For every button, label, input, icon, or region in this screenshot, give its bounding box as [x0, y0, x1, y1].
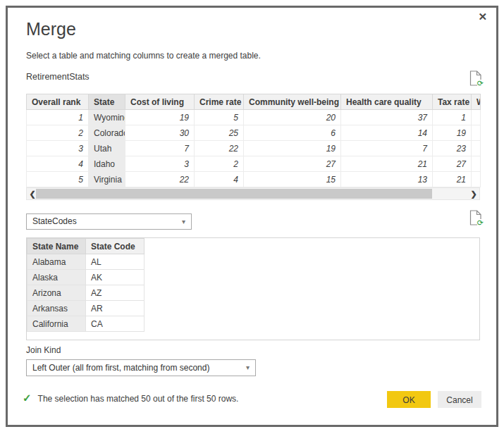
column-header[interactable]: W — [472, 94, 481, 110]
match-status-text: The selection has matched 50 out of the … — [38, 394, 239, 404]
cell[interactable]: 1 — [433, 110, 472, 125]
table-row: 5Virginia224151321 — [27, 172, 481, 187]
cell[interactable]: 25 — [195, 125, 244, 141]
cell[interactable]: Wyoming — [89, 110, 125, 125]
column-header[interactable]: Community well-being — [244, 94, 341, 110]
cell[interactable]: 13 — [341, 172, 433, 187]
join-kind-label: Join Kind — [26, 345, 61, 355]
cell[interactable] — [472, 172, 481, 187]
scroll-right-icon[interactable]: ❯ — [469, 188, 478, 199]
cell[interactable]: 1 — [27, 110, 89, 125]
cell[interactable]: 4 — [195, 172, 244, 187]
cell[interactable]: 4 — [27, 156, 89, 172]
cell[interactable]: AZ — [86, 285, 145, 301]
scrollbar-thumb[interactable] — [36, 189, 432, 199]
cell[interactable]: Arizona — [27, 285, 86, 301]
chevron-down-icon: ▾ — [182, 214, 185, 229]
cell[interactable]: 5 — [27, 172, 89, 187]
retirement-stats-table: Overall rankStateCost of livingCrime rat… — [26, 94, 481, 187]
cell[interactable]: Virginia — [89, 172, 125, 187]
cell[interactable]: 19 — [244, 141, 341, 156]
cell[interactable]: 19 — [433, 125, 472, 141]
cell[interactable]: AK — [86, 270, 145, 285]
cell[interactable]: Idaho — [89, 156, 125, 172]
table-row: 3Utah72219723 — [27, 141, 481, 156]
cell[interactable] — [472, 141, 481, 156]
cell[interactable]: 2 — [195, 156, 244, 172]
horizontal-scrollbar[interactable]: ❮ ❯ — [26, 187, 480, 200]
cell[interactable]: 23 — [433, 141, 472, 156]
checkmark-icon: ✓ — [23, 392, 32, 404]
refresh-preview-icon[interactable]: ⟳ — [469, 210, 482, 225]
refresh-preview-icon[interactable]: ⟳ — [469, 70, 482, 86]
cell[interactable]: 21 — [433, 172, 472, 187]
state-codes-table: State NameState CodeAlabamaALAlaskaAKAri… — [27, 238, 145, 332]
cell[interactable]: 14 — [341, 125, 433, 141]
cancel-button[interactable]: Cancel — [438, 391, 481, 408]
chevron-down-icon: ▾ — [246, 360, 250, 376]
refresh-icon: ⟳ — [477, 80, 484, 87]
cell[interactable] — [472, 156, 481, 172]
cell[interactable]: 5 — [195, 110, 244, 125]
second-table-selector[interactable]: StateCodes ▾ — [26, 213, 192, 230]
cell[interactable] — [472, 125, 481, 141]
cell[interactable]: 27 — [433, 156, 472, 172]
cell[interactable]: 2 — [27, 125, 89, 141]
join-kind-value: Left Outer (all from first, matching fro… — [32, 363, 209, 373]
cell[interactable]: California — [27, 316, 86, 332]
column-header[interactable]: Overall rank — [27, 94, 89, 110]
cell[interactable]: 22 — [195, 141, 244, 156]
column-header[interactable]: Cost of living — [125, 94, 195, 110]
cell[interactable]: 7 — [125, 141, 195, 156]
column-header[interactable]: State Name — [27, 239, 86, 254]
retirement-stats-grid: Overall rankStateCost of livingCrime rat… — [26, 94, 480, 187]
cell[interactable]: 22 — [125, 172, 195, 187]
table-row: AlabamaAL — [27, 254, 145, 270]
table-row: CaliforniaCA — [27, 316, 145, 332]
cell[interactable]: Arkansas — [27, 301, 86, 316]
match-status: ✓The selection has matched 50 out of the… — [23, 392, 238, 404]
refresh-icon: ⟳ — [477, 219, 484, 227]
cell[interactable]: AR — [86, 301, 145, 316]
cell[interactable]: 3 — [125, 156, 195, 172]
table-row: ArizonaAZ — [27, 285, 145, 301]
cell[interactable]: 7 — [341, 141, 433, 156]
cell[interactable]: Alaska — [27, 270, 86, 285]
cell[interactable]: 27 — [244, 156, 341, 172]
cell[interactable]: 15 — [244, 172, 341, 187]
cell[interactable]: 19 — [125, 110, 195, 125]
cell[interactable]: Utah — [89, 141, 125, 156]
cell[interactable]: AL — [86, 254, 145, 270]
column-header[interactable]: Crime rate — [195, 94, 244, 110]
cell[interactable]: 6 — [244, 125, 341, 141]
cell[interactable]: Alabama — [27, 254, 86, 270]
cell[interactable]: 20 — [244, 110, 341, 125]
cell[interactable] — [472, 110, 481, 125]
cell[interactable]: CA — [86, 316, 145, 332]
table-row: 1Wyoming19520371 — [27, 110, 481, 125]
column-header[interactable]: State — [89, 94, 125, 110]
table-row: ArkansasAR — [27, 301, 145, 316]
close-icon[interactable]: ✕ — [478, 11, 487, 23]
dialog-subtitle: Select a table and matching columns to c… — [26, 51, 261, 61]
dialog-title: Merge — [26, 19, 76, 39]
join-kind-selector[interactable]: Left Outer (all from first, matching fro… — [26, 359, 256, 376]
state-codes-grid: State NameState CodeAlabamaALAlaskaAKAri… — [26, 237, 480, 340]
ok-button[interactable]: OK — [387, 391, 431, 408]
column-header[interactable]: State Code — [86, 239, 145, 254]
table-row: 4Idaho32272127 — [27, 156, 481, 172]
column-header[interactable]: Tax rate — [433, 94, 472, 110]
cell[interactable]: 3 — [27, 141, 89, 156]
cell[interactable]: 21 — [341, 156, 433, 172]
merge-dialog: ✕ Merge Select a table and matching colu… — [6, 6, 498, 427]
table-row: 2Colorado302561419 — [27, 125, 481, 141]
column-header[interactable]: Health care quality — [341, 94, 433, 110]
second-table-selector-value: StateCodes — [32, 216, 77, 226]
cell[interactable]: 30 — [125, 125, 195, 141]
cell[interactable]: 37 — [341, 110, 433, 125]
cell[interactable]: Colorado — [89, 125, 125, 141]
first-table-name: RetirementStats — [26, 72, 90, 82]
table-row: AlaskaAK — [27, 270, 145, 285]
